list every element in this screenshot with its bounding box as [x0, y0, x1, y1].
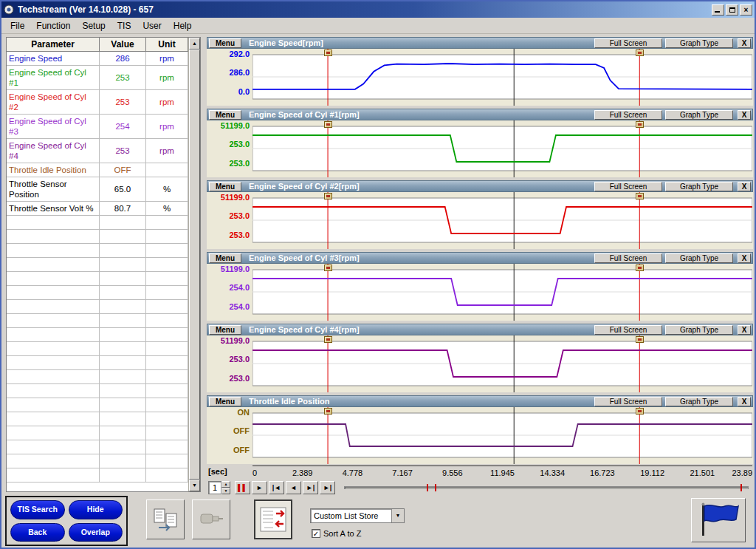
menu-item-function[interactable]: Function: [30, 19, 76, 33]
list-sync-button[interactable]: [254, 499, 292, 539]
scroll-down-icon[interactable]: ▼: [189, 480, 200, 491]
table-row[interactable]: Engine Speed of Cyl #3254rpm: [7, 115, 188, 139]
graph-type-button[interactable]: Graph Type: [665, 182, 733, 191]
back-button[interactable]: Back: [10, 523, 65, 542]
frame-spinner[interactable]: 1 ▲ ▼: [208, 481, 230, 494]
cursor-flag-icon[interactable]: [636, 408, 644, 415]
slider-mark: [740, 484, 742, 491]
cursor-flag-icon[interactable]: [324, 121, 332, 128]
pause-button[interactable]: ▌▌: [235, 481, 250, 494]
cursor-flag-icon[interactable]: [324, 193, 332, 200]
table-row[interactable]: Engine Speed286rpm: [7, 52, 188, 66]
graph-menu-button[interactable]: Menu: [209, 253, 241, 263]
graph-canvas: [252, 407, 752, 464]
graph-menu-button[interactable]: Menu: [209, 110, 241, 120]
plot-area[interactable]: [252, 192, 752, 249]
graph-type-button[interactable]: Graph Type: [665, 110, 733, 120]
cell-empty: [100, 440, 146, 454]
y-axis-label: ON: [238, 408, 250, 417]
timeline-slider[interactable]: [344, 483, 749, 492]
graph-menu-button[interactable]: Menu: [209, 182, 241, 191]
column-header-unit[interactable]: Unit: [146, 38, 188, 52]
step-back-button[interactable]: ◄: [286, 481, 301, 494]
table-row[interactable]: Throttle Idle PositionOFF: [7, 163, 188, 177]
cursor-flag-icon[interactable]: [324, 336, 332, 343]
full-screen-button[interactable]: Full Screen: [594, 397, 662, 406]
close-graph-button[interactable]: X: [738, 325, 751, 335]
overlap-button[interactable]: Overlap: [69, 523, 123, 542]
graph-menu-button[interactable]: Menu: [209, 397, 241, 406]
cursor-flag-icon[interactable]: [324, 265, 332, 271]
full-screen-button[interactable]: Full Screen: [594, 110, 662, 120]
graph-menu-button[interactable]: Menu: [209, 38, 241, 48]
full-screen-button[interactable]: Full Screen: [594, 325, 662, 335]
custom-list-dropdown[interactable]: Custom List Store ▼: [310, 508, 405, 523]
tis-search-button[interactable]: TIS Search: [10, 500, 65, 519]
plot-area[interactable]: [252, 120, 752, 177]
menu-item-user[interactable]: User: [137, 19, 167, 33]
full-screen-button[interactable]: Full Screen: [594, 38, 662, 48]
graph-type-button[interactable]: Graph Type: [665, 325, 733, 335]
menu-item-tis[interactable]: TIS: [111, 19, 137, 33]
spinner-arrows[interactable]: ▲ ▼: [221, 481, 230, 494]
menu-item-setup[interactable]: Setup: [76, 19, 111, 33]
table-row[interactable]: Engine Speed of Cyl #4253rpm: [7, 139, 188, 163]
spinner-up-icon[interactable]: ▲: [221, 481, 230, 488]
full-screen-button[interactable]: Full Screen: [594, 253, 662, 263]
cell-empty: [100, 230, 146, 244]
cursor-flag-icon[interactable]: [636, 336, 644, 343]
hide-button[interactable]: Hide: [69, 500, 123, 519]
cursor-flag-icon[interactable]: [324, 408, 332, 415]
column-header-parameter[interactable]: Parameter: [7, 38, 100, 52]
cursor-flag-icon[interactable]: [636, 193, 644, 200]
plot-area[interactable]: [252, 335, 752, 392]
menu-item-file[interactable]: File: [4, 19, 30, 33]
scrollbar-thumb[interactable]: [189, 50, 200, 480]
plot-area[interactable]: [252, 264, 752, 321]
full-screen-button[interactable]: Full Screen: [594, 182, 662, 191]
cursor-flag-icon[interactable]: [324, 50, 332, 56]
cursor-flag-icon[interactable]: [636, 121, 644, 128]
table-row[interactable]: Engine Speed of Cyl #2253rpm: [7, 90, 188, 115]
list-copy-button[interactable]: [146, 499, 185, 539]
restore-button[interactable]: [726, 4, 738, 16]
close-graph-button[interactable]: X: [738, 110, 751, 120]
table-row-empty: [7, 272, 188, 286]
plot-area[interactable]: [252, 49, 752, 106]
table-row[interactable]: Throttle Sensor Volt %80.7%: [7, 202, 188, 216]
table-row[interactable]: Throttle Sensor Position65.0%: [7, 177, 188, 202]
spinner-value[interactable]: 1: [208, 481, 221, 494]
skip-end-button[interactable]: ►|: [320, 481, 335, 494]
graph-menu-button[interactable]: Menu: [209, 325, 241, 335]
close-button[interactable]: ×: [740, 4, 752, 16]
close-graph-button[interactable]: X: [738, 253, 751, 263]
play-button[interactable]: ►: [252, 481, 267, 494]
table-scrollbar[interactable]: ▲ ▼: [188, 38, 200, 491]
close-graph-button[interactable]: X: [738, 182, 751, 191]
flag-button[interactable]: [691, 498, 746, 542]
skip-start-button[interactable]: |◄: [269, 481, 284, 494]
cell-empty: [7, 328, 100, 342]
graph-type-button[interactable]: Graph Type: [665, 38, 733, 48]
dropdown-arrow-icon[interactable]: ▼: [391, 509, 404, 522]
sort-checkbox-row[interactable]: ✓ Sort A to Z: [312, 529, 361, 538]
probe-button[interactable]: [192, 499, 230, 539]
sort-checkbox[interactable]: ✓: [312, 529, 320, 538]
step-forward-button[interactable]: ►|: [303, 481, 318, 494]
spinner-down-icon[interactable]: ▼: [221, 488, 230, 494]
cell-empty: [146, 398, 188, 412]
cursor-flag-icon[interactable]: [636, 50, 644, 56]
plot-area[interactable]: [252, 407, 752, 464]
scroll-up-icon[interactable]: ▲: [189, 38, 200, 50]
close-graph-button[interactable]: X: [738, 397, 751, 406]
y-axis-label: 292.0: [229, 50, 250, 58]
table-row[interactable]: Engine Speed of Cyl #1253rpm: [7, 66, 188, 90]
menu-item-help[interactable]: Help: [168, 19, 198, 33]
cursor-flag-icon[interactable]: [636, 265, 644, 271]
graph-type-button[interactable]: Graph Type: [665, 253, 733, 263]
close-graph-button[interactable]: X: [738, 38, 751, 48]
slider-groove[interactable]: [344, 486, 749, 489]
minimize-button[interactable]: [712, 4, 724, 16]
column-header-value[interactable]: Value: [100, 38, 146, 52]
graph-type-button[interactable]: Graph Type: [665, 397, 733, 406]
